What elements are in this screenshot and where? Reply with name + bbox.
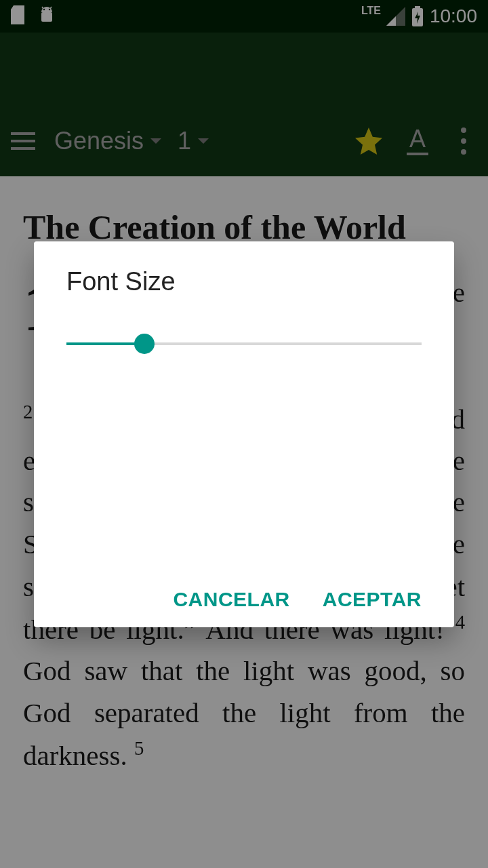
cancel-button[interactable]: CANCELAR bbox=[173, 588, 289, 611]
slider-thumb[interactable] bbox=[134, 334, 155, 354]
font-size-slider[interactable] bbox=[66, 330, 422, 357]
accept-button[interactable]: ACEPTAR bbox=[323, 588, 422, 611]
dialog-title: Font Size bbox=[66, 267, 422, 296]
slider-fill bbox=[66, 342, 144, 345]
font-size-dialog: Font Size CANCELAR ACEPTAR bbox=[34, 241, 454, 627]
modal-overlay[interactable]: Font Size CANCELAR ACEPTAR bbox=[0, 0, 488, 868]
